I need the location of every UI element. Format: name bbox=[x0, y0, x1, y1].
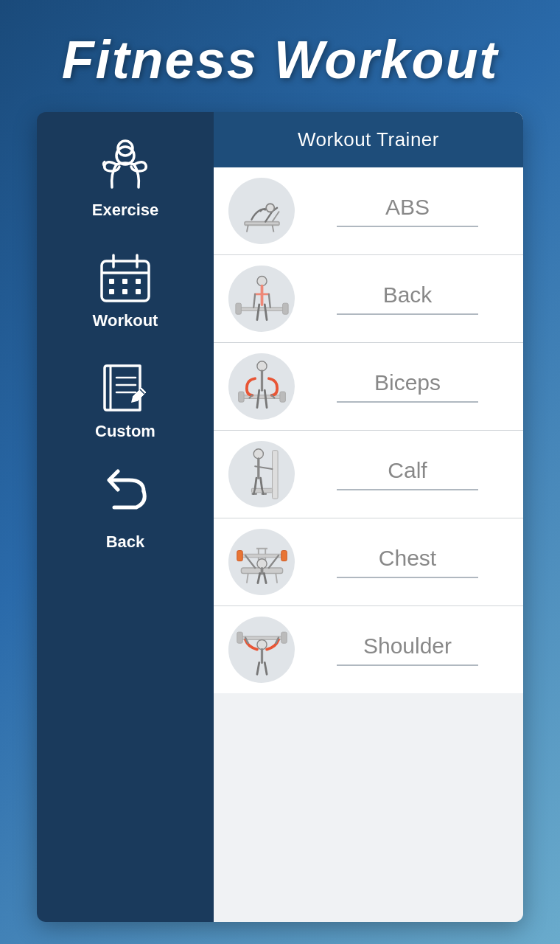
biceps-image bbox=[228, 353, 295, 420]
svg-point-21 bbox=[266, 204, 274, 212]
app-header: Fitness Workout bbox=[0, 0, 560, 112]
sidebar-item-back[interactable]: Back bbox=[44, 459, 206, 562]
content-panel: Workout Trainer bbox=[214, 112, 523, 922]
sidebar-back-label: Back bbox=[106, 532, 145, 552]
svg-line-19 bbox=[272, 225, 273, 232]
svg-line-18 bbox=[246, 225, 248, 232]
exercise-icon bbox=[96, 137, 155, 196]
svg-point-29 bbox=[256, 361, 266, 370]
calf-divider bbox=[337, 489, 478, 490]
exercise-item-calf[interactable]: Calf bbox=[214, 431, 523, 518]
app-title: Fitness Workout bbox=[22, 30, 538, 90]
sidebar-exercise-label: Exercise bbox=[92, 201, 159, 220]
sidebar-custom-label: Custom bbox=[95, 422, 155, 441]
sidebar: Exercise Worko bbox=[37, 112, 214, 922]
calf-label: Calf bbox=[388, 458, 427, 483]
exercise-item-shoulder[interactable]: Shoulder bbox=[214, 606, 523, 693]
exercise-list: ABS bbox=[214, 167, 523, 922]
exercise-item-biceps[interactable]: Biceps bbox=[214, 343, 523, 431]
svg-rect-9 bbox=[109, 289, 114, 294]
shoulder-label: Shoulder bbox=[363, 634, 452, 659]
svg-rect-6 bbox=[109, 279, 114, 284]
chest-label: Chest bbox=[379, 546, 436, 571]
abs-divider bbox=[337, 226, 478, 227]
exercise-item-back[interactable]: Back bbox=[214, 255, 523, 343]
svg-rect-8 bbox=[136, 279, 141, 284]
sidebar-item-workout[interactable]: Workout bbox=[44, 237, 206, 341]
svg-rect-26 bbox=[241, 395, 282, 398]
biceps-label: Biceps bbox=[374, 370, 441, 395]
shoulder-image bbox=[228, 617, 295, 683]
svg-point-25 bbox=[256, 276, 266, 285]
abs-image bbox=[228, 178, 295, 244]
content-header: Workout Trainer bbox=[214, 112, 523, 167]
custom-icon bbox=[96, 358, 155, 417]
abs-name-wrap: ABS bbox=[307, 195, 508, 227]
chest-name-wrap: Chest bbox=[307, 546, 508, 578]
svg-rect-40 bbox=[237, 550, 242, 560]
svg-line-35 bbox=[276, 573, 277, 583]
svg-rect-23 bbox=[235, 303, 241, 314]
chest-divider bbox=[337, 577, 478, 578]
back-name-wrap: Back bbox=[307, 282, 508, 315]
shoulder-name-wrap: Shoulder bbox=[307, 634, 508, 666]
exercise-item-abs[interactable]: ABS bbox=[214, 167, 523, 255]
svg-rect-45 bbox=[281, 632, 287, 643]
exercise-item-chest[interactable]: Chest bbox=[214, 518, 523, 606]
svg-point-42 bbox=[256, 558, 266, 568]
main-card: Exercise Worko bbox=[37, 112, 523, 922]
svg-point-32 bbox=[253, 448, 263, 458]
abs-label: ABS bbox=[385, 195, 430, 220]
svg-rect-24 bbox=[282, 303, 288, 314]
svg-rect-10 bbox=[122, 289, 127, 294]
svg-rect-27 bbox=[238, 392, 244, 402]
svg-rect-28 bbox=[279, 392, 285, 402]
sidebar-item-custom[interactable]: Custom bbox=[44, 348, 206, 451]
back-icon bbox=[96, 469, 155, 528]
svg-rect-11 bbox=[136, 289, 141, 294]
sidebar-workout-label: Workout bbox=[93, 311, 158, 330]
workout-icon bbox=[96, 248, 155, 307]
svg-point-46 bbox=[256, 639, 266, 649]
sidebar-item-exercise[interactable]: Exercise bbox=[44, 127, 206, 230]
calf-name-wrap: Calf bbox=[307, 458, 508, 490]
svg-rect-22 bbox=[237, 307, 286, 310]
biceps-name-wrap: Biceps bbox=[307, 370, 508, 403]
back-label: Back bbox=[383, 282, 433, 308]
back-image bbox=[228, 266, 295, 332]
svg-rect-30 bbox=[272, 450, 278, 499]
svg-line-20 bbox=[272, 211, 279, 221]
calf-image bbox=[228, 441, 295, 507]
back-divider bbox=[337, 313, 478, 315]
biceps-divider bbox=[337, 401, 478, 403]
svg-rect-17 bbox=[245, 221, 279, 225]
svg-rect-44 bbox=[237, 632, 242, 643]
svg-line-34 bbox=[246, 573, 248, 583]
shoulder-divider bbox=[337, 664, 478, 666]
svg-rect-7 bbox=[122, 279, 127, 284]
chest-image bbox=[228, 529, 295, 595]
svg-rect-41 bbox=[281, 550, 287, 560]
